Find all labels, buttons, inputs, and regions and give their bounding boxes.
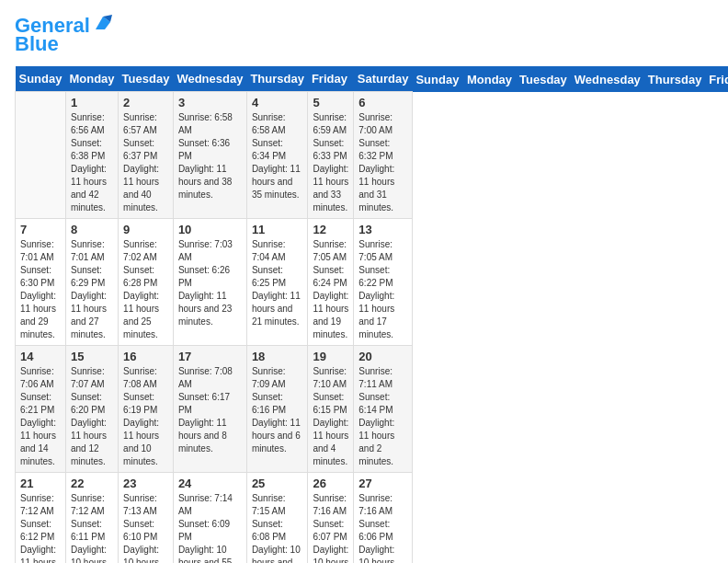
calendar-week-2: 7 Sunrise: 7:01 AMSunset: 6:30 PMDayligh…: [16, 219, 729, 346]
day-number: 24: [178, 477, 242, 490]
calendar-header-row: SundayMondayTuesdayWednesdayThursdayFrid…: [16, 66, 729, 92]
calendar-cell: 20 Sunrise: 7:11 AMSunset: 6:14 PMDaylig…: [354, 346, 413, 473]
day-number: 18: [252, 350, 303, 363]
day-info: Sunrise: 6:57 AMSunset: 6:37 PMDaylight:…: [123, 111, 168, 214]
day-number: 19: [313, 350, 348, 363]
calendar-cell: 27 Sunrise: 7:16 AMSunset: 6:06 PMDaylig…: [354, 473, 413, 563]
col-header-thursday: Thursday: [644, 66, 706, 92]
calendar-cell: 14 Sunrise: 7:06 AMSunset: 6:21 PMDaylig…: [16, 346, 66, 473]
day-info: Sunrise: 7:01 AMSunset: 6:29 PMDaylight:…: [71, 238, 113, 341]
day-info: Sunrise: 7:12 AMSunset: 6:11 PMDaylight:…: [71, 492, 113, 563]
day-number: 11: [252, 223, 303, 236]
day-number: 27: [358, 477, 407, 490]
calendar-cell: 16 Sunrise: 7:08 AMSunset: 6:19 PMDaylig…: [119, 346, 174, 473]
day-number: 9: [123, 223, 168, 236]
day-info: Sunrise: 6:59 AMSunset: 6:33 PMDaylight:…: [313, 111, 348, 214]
calendar-cell: 18 Sunrise: 7:09 AMSunset: 6:16 PMDaylig…: [246, 346, 308, 473]
day-number: 21: [20, 477, 61, 490]
day-number: 15: [71, 350, 113, 363]
calendar-cell: 1 Sunrise: 6:56 AMSunset: 6:38 PMDayligh…: [65, 92, 118, 219]
day-header-thursday: Thursday: [246, 66, 308, 92]
day-info: Sunrise: 7:07 AMSunset: 6:20 PMDaylight:…: [71, 365, 113, 468]
calendar-cell: 12 Sunrise: 7:05 AMSunset: 6:24 PMDaylig…: [308, 219, 354, 346]
day-info: Sunrise: 7:10 AMSunset: 6:15 PMDaylight:…: [313, 365, 348, 468]
day-number: 3: [178, 96, 242, 109]
calendar-cell: 8 Sunrise: 7:01 AMSunset: 6:29 PMDayligh…: [65, 219, 118, 346]
day-info: Sunrise: 7:16 AMSunset: 6:06 PMDaylight:…: [358, 492, 407, 563]
calendar-cell: 5 Sunrise: 6:59 AMSunset: 6:33 PMDayligh…: [308, 92, 354, 219]
calendar-cell: 9 Sunrise: 7:02 AMSunset: 6:28 PMDayligh…: [119, 219, 174, 346]
calendar-cell: 4 Sunrise: 6:58 AMSunset: 6:34 PMDayligh…: [246, 92, 308, 219]
calendar-cell: 13 Sunrise: 7:05 AMSunset: 6:22 PMDaylig…: [354, 219, 413, 346]
day-info: Sunrise: 7:02 AMSunset: 6:28 PMDaylight:…: [123, 238, 168, 341]
calendar-cell: [16, 92, 66, 219]
day-info: Sunrise: 7:15 AMSunset: 6:08 PMDaylight:…: [252, 492, 303, 563]
calendar-week-3: 14 Sunrise: 7:06 AMSunset: 6:21 PMDaylig…: [16, 346, 729, 473]
calendar-cell: 26 Sunrise: 7:16 AMSunset: 6:07 PMDaylig…: [308, 473, 354, 563]
col-header-monday: Monday: [463, 66, 516, 92]
day-header-friday: Friday: [308, 66, 354, 92]
calendar-cell: 23 Sunrise: 7:13 AMSunset: 6:10 PMDaylig…: [119, 473, 174, 563]
day-number: 22: [71, 477, 113, 490]
day-number: 23: [123, 477, 168, 490]
day-number: 12: [313, 223, 348, 236]
calendar-cell: 19 Sunrise: 7:10 AMSunset: 6:15 PMDaylig…: [308, 346, 354, 473]
day-header-tuesday: Tuesday: [119, 66, 174, 92]
day-number: 7: [20, 223, 61, 236]
calendar-cell: 17 Sunrise: 7:08 AMSunset: 6:17 PMDaylig…: [173, 346, 246, 473]
day-number: 8: [71, 223, 113, 236]
day-number: 4: [252, 96, 303, 109]
logo-blue-text: Blue: [15, 33, 59, 55]
day-info: Sunrise: 6:58 AMSunset: 6:36 PMDaylight:…: [178, 111, 242, 201]
calendar-week-4: 21 Sunrise: 7:12 AMSunset: 6:12 PMDaylig…: [16, 473, 729, 563]
day-number: 25: [252, 477, 303, 490]
calendar-cell: 24 Sunrise: 7:14 AMSunset: 6:09 PMDaylig…: [173, 473, 246, 563]
day-info: Sunrise: 7:09 AMSunset: 6:16 PMDaylight:…: [252, 365, 303, 455]
calendar-cell: 22 Sunrise: 7:12 AMSunset: 6:11 PMDaylig…: [65, 473, 118, 563]
calendar-cell: 6 Sunrise: 7:00 AMSunset: 6:32 PMDayligh…: [354, 92, 413, 219]
day-info: Sunrise: 7:16 AMSunset: 6:07 PMDaylight:…: [313, 492, 348, 563]
day-info: Sunrise: 6:56 AMSunset: 6:38 PMDaylight:…: [71, 111, 113, 214]
calendar-cell: 15 Sunrise: 7:07 AMSunset: 6:20 PMDaylig…: [65, 346, 118, 473]
day-header-wednesday: Wednesday: [173, 66, 246, 92]
calendar-cell: 25 Sunrise: 7:15 AMSunset: 6:08 PMDaylig…: [246, 473, 308, 563]
calendar-cell: 3 Sunrise: 6:58 AMSunset: 6:36 PMDayligh…: [173, 92, 246, 219]
day-info: Sunrise: 7:11 AMSunset: 6:14 PMDaylight:…: [358, 365, 407, 468]
col-header-wednesday: Wednesday: [571, 66, 644, 92]
day-info: Sunrise: 7:12 AMSunset: 6:12 PMDaylight:…: [20, 492, 61, 563]
calendar-cell: 10 Sunrise: 7:03 AMSunset: 6:26 PMDaylig…: [173, 219, 246, 346]
day-number: 13: [358, 223, 407, 236]
logo-bird-icon: [92, 13, 112, 33]
day-info: Sunrise: 7:03 AMSunset: 6:26 PMDaylight:…: [178, 238, 242, 328]
calendar-cell: 2 Sunrise: 6:57 AMSunset: 6:37 PMDayligh…: [119, 92, 174, 219]
logo: General Blue: [15, 15, 112, 55]
day-number: 6: [358, 96, 407, 109]
calendar-cell: 7 Sunrise: 7:01 AMSunset: 6:30 PMDayligh…: [16, 219, 66, 346]
day-number: 2: [123, 96, 168, 109]
day-info: Sunrise: 7:13 AMSunset: 6:10 PMDaylight:…: [123, 492, 168, 563]
day-info: Sunrise: 7:06 AMSunset: 6:21 PMDaylight:…: [20, 365, 61, 468]
calendar-cell: 21 Sunrise: 7:12 AMSunset: 6:12 PMDaylig…: [16, 473, 66, 563]
day-info: Sunrise: 7:00 AMSunset: 6:32 PMDaylight:…: [358, 111, 407, 214]
day-info: Sunrise: 7:05 AMSunset: 6:22 PMDaylight:…: [358, 238, 407, 341]
day-number: 26: [313, 477, 348, 490]
col-header-tuesday: Tuesday: [516, 66, 571, 92]
day-number: 16: [123, 350, 168, 363]
day-info: Sunrise: 6:58 AMSunset: 6:34 PMDaylight:…: [252, 111, 303, 201]
day-header-sunday: Sunday: [16, 66, 66, 92]
day-number: 1: [71, 96, 113, 109]
day-info: Sunrise: 7:08 AMSunset: 6:19 PMDaylight:…: [123, 365, 168, 468]
day-info: Sunrise: 7:05 AMSunset: 6:24 PMDaylight:…: [313, 238, 348, 341]
day-info: Sunrise: 7:04 AMSunset: 6:25 PMDaylight:…: [252, 238, 303, 328]
day-header-monday: Monday: [65, 66, 118, 92]
page-header: General Blue: [15, 15, 713, 55]
day-number: 14: [20, 350, 61, 363]
day-info: Sunrise: 7:14 AMSunset: 6:09 PMDaylight:…: [178, 492, 242, 563]
calendar-cell: 11 Sunrise: 7:04 AMSunset: 6:25 PMDaylig…: [246, 219, 308, 346]
col-header-friday: Friday: [705, 66, 728, 92]
col-header-sunday: Sunday: [412, 66, 462, 92]
day-info: Sunrise: 7:08 AMSunset: 6:17 PMDaylight:…: [178, 365, 242, 455]
calendar-table: SundayMondayTuesdayWednesdayThursdayFrid…: [15, 66, 728, 563]
day-header-saturday: Saturday: [354, 66, 413, 92]
day-number: 17: [178, 350, 242, 363]
